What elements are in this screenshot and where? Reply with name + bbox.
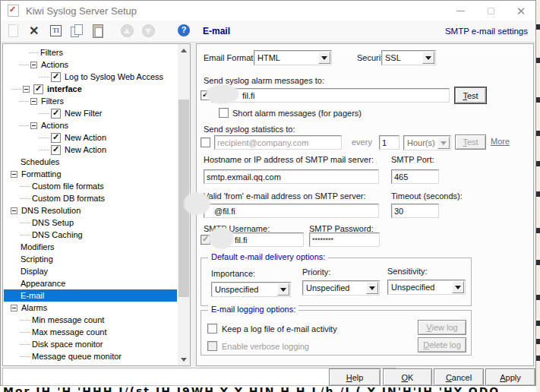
- tree-item-schedules[interactable]: Schedules: [4, 156, 177, 168]
- interval-unit-value: Hour(s): [407, 138, 435, 147]
- tree-expander-icon[interactable]: [11, 207, 17, 214]
- stats-recipient-input[interactable]: [214, 135, 342, 150]
- tree-checkbox[interactable]: [33, 84, 43, 94]
- close-button[interactable]: ✕: [508, 1, 534, 21]
- text-properties-icon[interactable]: [49, 24, 63, 38]
- tree-connector: [21, 234, 30, 236]
- tree-checkbox[interactable]: [51, 109, 61, 119]
- tree-item-disk-space-monitor[interactable]: Disk space monitor: [4, 338, 177, 350]
- tree-expander-icon[interactable]: [30, 98, 37, 105]
- tree-item-dns-caching[interactable]: DNS Caching: [4, 229, 177, 241]
- view-log-button[interactable]: View log: [418, 320, 466, 335]
- titlebar[interactable]: Kiwi Syslog Server Setup ✕: [1, 1, 535, 21]
- port-input[interactable]: [391, 169, 439, 184]
- tree-item-filters[interactable]: Filters: [4, 46, 177, 58]
- chevron-down-icon[interactable]: [422, 52, 434, 64]
- from-address-input[interactable]: [204, 204, 379, 218]
- security-select[interactable]: SSL: [381, 50, 436, 65]
- tree-item-filters[interactable]: Filters: [4, 95, 177, 107]
- tree-item-max-message-count[interactable]: Max message count: [4, 326, 177, 338]
- tree-item-log-to-syslog-web-access[interactable]: Log to Syslog Web Access: [4, 71, 177, 83]
- tree-item-label: Display: [21, 267, 48, 276]
- tree-expander-icon[interactable]: [11, 171, 17, 178]
- scroll-down-icon[interactable]: [178, 353, 190, 365]
- apply-button[interactable]: Apply: [485, 368, 535, 386]
- tree-item-label: Scripting: [21, 254, 53, 264]
- tree-item-actions[interactable]: Actions: [4, 119, 177, 131]
- tree-item-custom-file-formats[interactable]: Custom file formats: [4, 180, 177, 192]
- tree-item-display[interactable]: Display: [4, 265, 177, 277]
- chevron-down-icon[interactable]: [277, 283, 289, 296]
- chevron-down-icon[interactable]: [452, 281, 464, 293]
- tree-item-new-action[interactable]: New Action: [4, 131, 177, 144]
- copy-icon[interactable]: [70, 24, 84, 38]
- tree-item-e-mail[interactable]: E-mail: [4, 289, 177, 302]
- tree-item-formatting[interactable]: Formatting: [4, 168, 177, 180]
- tree-item-dns-resolution[interactable]: DNS Resolution: [4, 204, 177, 217]
- tree-connector: [39, 137, 49, 138]
- paste-icon[interactable]: [91, 24, 106, 38]
- tree-item-scripting[interactable]: Scripting: [4, 253, 177, 265]
- importance-select[interactable]: Unspecified: [211, 282, 291, 297]
- more-link[interactable]: More: [491, 137, 510, 146]
- tree-item-min-message-count[interactable]: Min message count: [4, 314, 177, 326]
- scroll-up-icon[interactable]: [178, 44, 190, 56]
- tree-expander-icon[interactable]: [30, 122, 37, 129]
- timeout-input[interactable]: [391, 204, 439, 218]
- help-button[interactable]: Help: [329, 368, 381, 386]
- tree-item-label: New Action: [65, 133, 106, 142]
- cancel-button[interactable]: Cancel: [434, 368, 484, 386]
- move-up-icon[interactable]: [120, 24, 134, 38]
- chevron-down-icon[interactable]: [437, 137, 450, 149]
- delete-log-button[interactable]: Delete log: [418, 337, 466, 352]
- tree-item-alarms[interactable]: Alarms: [4, 302, 177, 314]
- ok-button[interactable]: OK: [383, 368, 432, 386]
- tree-expander-icon[interactable]: [23, 86, 30, 93]
- keep-log-checkbox[interactable]: [207, 324, 217, 334]
- tree-item-appearance[interactable]: Appearance: [4, 277, 177, 289]
- stats-test-button[interactable]: Test: [455, 134, 486, 150]
- page-title: E-mail: [203, 26, 230, 36]
- tree-expander-icon[interactable]: [11, 305, 17, 311]
- tree-item-new-filter[interactable]: New Filter: [4, 107, 177, 119]
- tree-checkbox[interactable]: [51, 133, 61, 143]
- short-alarm-checkbox[interactable]: [219, 108, 229, 118]
- password-input[interactable]: [309, 232, 380, 247]
- tree-item-dns-setup[interactable]: DNS Setup: [4, 217, 177, 229]
- tree-checkbox[interactable]: [51, 145, 61, 155]
- tree-item-new-action[interactable]: New Action: [4, 144, 177, 156]
- verbose-logging-checkbox[interactable]: [207, 341, 217, 351]
- tree-connector: [39, 112, 49, 114]
- delete-icon[interactable]: [27, 24, 42, 38]
- email-format-select[interactable]: HTML: [254, 50, 332, 65]
- tree-item-label: Actions: [41, 121, 68, 130]
- tree-item-custom-db-formats[interactable]: Custom DB formats: [4, 192, 177, 204]
- tree-item-interface[interactable]: interface: [4, 83, 177, 95]
- stats-enabled-checkbox[interactable]: [201, 138, 210, 147]
- tree-item-message-queue-monitor[interactable]: Message queue monitor: [4, 350, 177, 362]
- move-down-icon[interactable]: [141, 24, 156, 38]
- chevron-down-icon[interactable]: [366, 282, 378, 294]
- alarm-recipient-input[interactable]: [212, 88, 450, 103]
- tree-item-modifiers[interactable]: Modifiers: [4, 241, 177, 253]
- email-format-label: Email Format:: [204, 53, 255, 62]
- sensitivity-select[interactable]: Unspecified: [387, 280, 466, 295]
- priority-select[interactable]: Unspecified: [302, 280, 380, 296]
- stats-interval-count-input[interactable]: [379, 135, 399, 150]
- tree-checkbox[interactable]: [51, 72, 61, 82]
- kiwi-syslog-setup-dialog: Kiwi Syslog Server Setup ✕ E-mail SMTP e…: [0, 0, 536, 386]
- alarm-test-button[interactable]: Test: [455, 87, 486, 103]
- hostname-input[interactable]: [204, 169, 379, 184]
- logging-options-group: E-mail logging options: Keep a log file …: [201, 310, 472, 356]
- tree-item-label: Filters: [41, 96, 64, 106]
- chevron-down-icon[interactable]: [318, 52, 330, 64]
- stats-interval-unit-select[interactable]: Hour(s): [403, 135, 451, 150]
- help-icon[interactable]: [178, 24, 190, 36]
- new-document-icon[interactable]: [6, 24, 21, 38]
- username-auth-checkbox[interactable]: [201, 235, 210, 245]
- maximize-button[interactable]: [478, 1, 504, 21]
- settings-tree: FiltersActionsLog to Syslog Web Accessin…: [4, 46, 177, 365]
- tree-item-actions[interactable]: Actions: [4, 58, 177, 71]
- tree-expander-icon[interactable]: [30, 62, 37, 68]
- minimize-button[interactable]: [447, 1, 473, 21]
